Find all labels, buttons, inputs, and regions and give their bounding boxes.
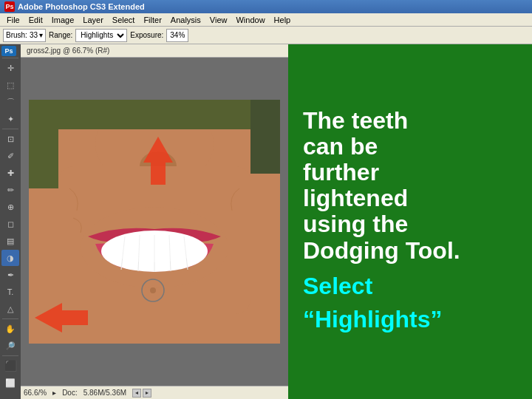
svg-point-17: [150, 287, 156, 293]
canvas-tab: gross2.jpg @ 66.7% (R#): [21, 44, 288, 58]
text-line5: using the: [303, 211, 408, 237]
svg-rect-15: [29, 100, 58, 188]
svg-point-13: [105, 233, 201, 262]
status-bar: 66.6/% ▸ Doc: 5.86M/5.36M ◂ ▸: [21, 386, 288, 399]
range-select[interactable]: Shadows Midtones Highlights: [75, 29, 127, 42]
text-line8: “Highlights”: [303, 306, 442, 332]
main-body-text: The teeth can be further lightened using…: [303, 108, 517, 264]
canvas-tab-label: gross2.jpg @ 66.7% (R#): [27, 47, 109, 55]
text-line1: The teeth: [303, 107, 408, 134]
tool-brush[interactable]: ✏: [1, 182, 19, 198]
brush-picker[interactable]: Brush: 33 ▾: [3, 29, 46, 42]
tool-gradient[interactable]: ▤: [1, 233, 19, 249]
teeth-image: [29, 100, 280, 344]
tool-shape[interactable]: △: [1, 301, 19, 317]
svg-rect-16: [250, 100, 280, 174]
brush-dropdown-icon[interactable]: ▾: [39, 31, 43, 39]
tool-zoom[interactable]: 🔎: [1, 338, 19, 354]
exposure-input[interactable]: [166, 29, 188, 42]
ps-panel: Ps ✛ ⬚ ⌒ ✦ ⊡ ✐ ✚ ✏ ⊕ ◻ ▤ ◑ ✒ T. △ ✋ �: [0, 44, 288, 399]
tool-foreground[interactable]: ⬛: [1, 358, 19, 374]
tool-eyedropper[interactable]: ✐: [1, 148, 19, 164]
menu-image[interactable]: Image: [48, 15, 78, 25]
nav-prev[interactable]: ◂: [132, 389, 141, 398]
title-bar: Ps Adobe Photoshop CS3 Extended: [0, 0, 532, 13]
menu-bar: File Edit Image Layer Select Filter Anal…: [0, 13, 532, 27]
menu-file[interactable]: File: [3, 15, 24, 25]
doc-size: 5.86M/5.36M: [83, 389, 126, 397]
doc-label: Doc:: [62, 389, 78, 397]
text-line6: Dodging Tool.: [303, 237, 460, 264]
triangle-btn[interactable]: ▸: [52, 389, 56, 397]
tool-divider-1: [2, 58, 18, 58]
highlight-body-text: Select “Highlights”: [303, 270, 517, 336]
range-label: Range:: [49, 31, 72, 39]
title-bar-label: Adobe Photoshop CS3 Extended: [18, 2, 145, 11]
tool-heal[interactable]: ✚: [1, 165, 19, 181]
text-line4: lightened: [303, 185, 408, 211]
canvas-content[interactable]: [21, 58, 288, 386]
tool-move[interactable]: ✛: [1, 60, 19, 76]
main-content: Ps ✛ ⬚ ⌒ ✦ ⊡ ✐ ✚ ✏ ⊕ ◻ ▤ ◑ ✒ T. △ ✋ �: [0, 44, 532, 399]
tool-crop[interactable]: ⊡: [1, 131, 19, 147]
text-line7: Select: [303, 273, 372, 299]
toolbar: Ps ✛ ⬚ ⌒ ✦ ⊡ ✐ ✚ ✏ ⊕ ◻ ▤ ◑ ✒ T. △ ✋ �: [0, 44, 21, 399]
tool-eraser[interactable]: ◻: [1, 216, 19, 232]
menu-view[interactable]: View: [206, 15, 231, 25]
menu-edit[interactable]: Edit: [25, 15, 47, 25]
menu-filter[interactable]: Filter: [140, 15, 165, 25]
tool-divider-2: [2, 129, 18, 129]
options-bar: Brush: 33 ▾ Range: Shadows Midtones High…: [0, 27, 532, 44]
tool-type[interactable]: T.: [1, 284, 19, 300]
svg-rect-14: [29, 100, 280, 129]
tool-pen[interactable]: ✒: [1, 267, 19, 283]
status-nav: ◂ ▸: [132, 389, 151, 398]
tool-hand[interactable]: ✋: [1, 321, 19, 337]
brush-label: Brush:: [6, 31, 27, 39]
zoom-level: 66.6/%: [24, 389, 47, 397]
ps-logo-side: Ps: [1, 46, 16, 56]
menu-analysis[interactable]: Analysis: [167, 15, 205, 25]
menu-help[interactable]: Help: [270, 15, 295, 25]
tool-divider-4: [2, 355, 18, 356]
menu-select[interactable]: Select: [109, 15, 139, 25]
text-panel: The teeth can be further lightened using…: [288, 44, 532, 399]
tool-dodge[interactable]: ◑: [1, 250, 19, 266]
tool-lasso[interactable]: ⌒: [1, 94, 19, 110]
text-line2: can be: [303, 133, 378, 160]
ps-workspace: Ps ✛ ⬚ ⌒ ✦ ⊡ ✐ ✚ ✏ ⊕ ◻ ▤ ◑ ✒ T. △ ✋ �: [0, 44, 288, 399]
ps-logo: Ps: [4, 1, 15, 12]
menu-window[interactable]: Window: [232, 15, 268, 25]
tool-magic-wand[interactable]: ✦: [1, 111, 19, 127]
nav-next[interactable]: ▸: [143, 389, 151, 398]
tool-divider-3: [2, 318, 18, 319]
exposure-label: Exposure:: [130, 31, 163, 39]
canvas-area: gross2.jpg @ 66.7% (R#): [21, 44, 288, 399]
tool-clone[interactable]: ⊕: [1, 199, 19, 215]
tool-marquee[interactable]: ⬚: [1, 77, 19, 93]
brush-size: 33: [30, 31, 38, 39]
face-svg: [29, 100, 280, 344]
text-line3: further: [303, 159, 379, 185]
tool-mode[interactable]: ⬜: [1, 375, 19, 391]
menu-layer[interactable]: Layer: [79, 15, 107, 25]
